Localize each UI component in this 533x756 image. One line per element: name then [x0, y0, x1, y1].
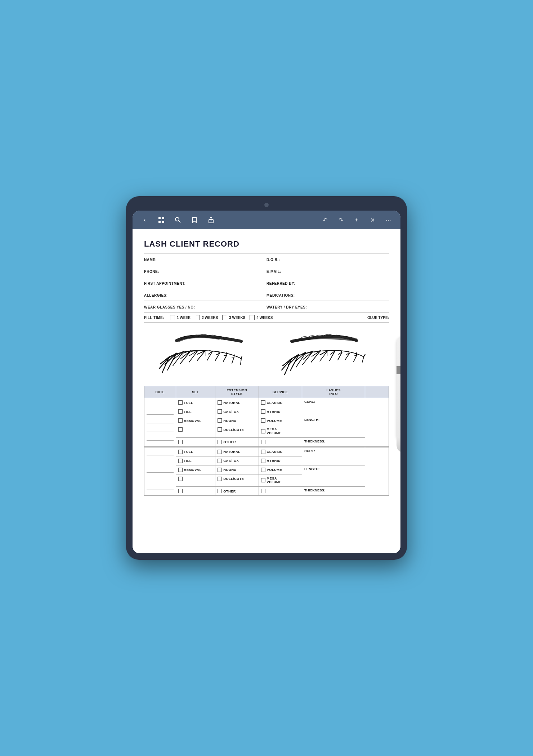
- 1week-checkbox[interactable]: [170, 315, 175, 320]
- blank-checkbox-1b[interactable]: [178, 440, 183, 444]
- svg-point-4: [175, 217, 179, 221]
- dollcute-label-1: DOLL/CUTE: [223, 428, 244, 432]
- 3weeks-checkbox[interactable]: [222, 315, 227, 320]
- hybrid-checkbox-1[interactable]: [261, 409, 265, 414]
- eyes-label: WATERY / DRY EYES:: [266, 305, 307, 309]
- lashes-thickness-1: THICKNESS:: [302, 437, 365, 446]
- glue-type-label: GLUE TYPE:: [367, 316, 389, 320]
- lashes-curl-1: CURL:: [302, 398, 365, 416]
- close-button[interactable]: ✕: [367, 215, 377, 225]
- mega-checkbox-1[interactable]: [261, 429, 265, 433]
- set-blank-2: [176, 437, 215, 446]
- table-row: OTHER THICKNESS:: [144, 437, 389, 446]
- set-full-row-2: FULL: [176, 447, 215, 456]
- mega-label-1: MEGAVOLUME: [267, 427, 281, 435]
- fill-checkbox-2[interactable]: [178, 459, 183, 463]
- full-checkbox-2[interactable]: [178, 450, 183, 454]
- allergies-field: ALLERGIES:: [144, 292, 266, 298]
- round-checkbox-1[interactable]: [218, 418, 222, 423]
- ext-natural-row-2: NATURAL: [215, 447, 259, 456]
- classic-checkbox-2[interactable]: [261, 450, 265, 454]
- extra-col-1: [365, 398, 389, 447]
- removal-label-2: REMOVAL: [184, 468, 202, 472]
- 4weeks-option: 4 WEEKS: [250, 315, 273, 320]
- volume-checkbox-2[interactable]: [261, 468, 265, 472]
- search-icon[interactable]: [173, 215, 183, 225]
- 3weeks-option: 3 WEEKS: [222, 315, 245, 320]
- 2weeks-checkbox[interactable]: [195, 315, 200, 320]
- mega-checkbox-2[interactable]: [261, 478, 265, 482]
- add-button[interactable]: +: [351, 215, 362, 225]
- email-field: E-MAIL:: [266, 268, 389, 274]
- full-checkbox-1[interactable]: [178, 400, 183, 405]
- classic-label-2: CLASSIC: [267, 450, 283, 454]
- lashes-length-2: LENGTH:: [302, 465, 365, 487]
- ext-other-row-2: OTHER: [215, 487, 259, 496]
- ext-dollcute-row: DOLL/CUTE: [215, 425, 259, 438]
- hybrid-checkbox-2[interactable]: [261, 459, 265, 463]
- undo-button[interactable]: ↶: [320, 215, 330, 225]
- service-blank-checkbox-1[interactable]: [261, 440, 265, 444]
- round-checkbox-2[interactable]: [218, 468, 222, 472]
- screen: ‹: [133, 211, 400, 553]
- catfox-checkbox-1[interactable]: [218, 409, 222, 414]
- service-hybrid-row: HYBRID: [259, 407, 302, 416]
- redo-button[interactable]: ↷: [336, 215, 346, 225]
- dollcute-checkbox-1[interactable]: [218, 427, 222, 432]
- glasses-label: WEAR GLASSES YES / NO:: [144, 305, 195, 309]
- service-mega-row-2: MEGAVOLUME: [259, 474, 302, 487]
- fill-checkbox-1[interactable]: [178, 409, 183, 414]
- email-label: E-MAIL:: [266, 270, 281, 274]
- natural-checkbox-1[interactable]: [218, 400, 222, 405]
- other-checkbox-1[interactable]: [218, 440, 222, 444]
- extra-col-2: [365, 447, 389, 496]
- service-hybrid-row-2: HYBRID: [259, 456, 302, 465]
- record-table: DATE SET EXTENSIONSTYLE SERVICE LASHESIN…: [144, 386, 389, 496]
- set-blank-3: [176, 474, 215, 487]
- 3weeks-label: 3 WEEKS: [229, 316, 245, 320]
- volume-checkbox-1[interactable]: [261, 418, 265, 423]
- extension-style-header: EXTENSIONSTYLE: [215, 386, 259, 398]
- service-blank-2: [259, 487, 302, 496]
- grid-icon[interactable]: [156, 215, 166, 225]
- more-button[interactable]: ⋯: [383, 215, 393, 225]
- eye-illustration-area: [144, 323, 389, 384]
- service-blank-1: [259, 437, 302, 446]
- phone-email-row: PHONE: E-MAIL:: [144, 265, 389, 277]
- thickness-label-1: THICKNESS:: [304, 438, 325, 444]
- blank-checkbox-1a[interactable]: [178, 427, 183, 432]
- appointment-referred-row: FIRST APPOINTMENT: REFERRED BY:: [144, 277, 389, 289]
- blank-checkbox-2b[interactable]: [178, 489, 183, 493]
- volume-label-2: VOLUME: [267, 468, 282, 472]
- toolbar-left: ‹: [140, 215, 216, 225]
- svg-rect-1: [162, 217, 164, 219]
- service-mega-row: MEGAVOLUME: [259, 425, 302, 438]
- classic-label-1: CLASSIC: [267, 401, 283, 405]
- removal-label-1: REMOVAL: [184, 419, 202, 423]
- natural-checkbox-2[interactable]: [218, 450, 222, 454]
- blank-checkbox-2a[interactable]: [178, 477, 183, 481]
- 1week-option: 1 WEEK: [170, 315, 191, 320]
- ext-catfox-row-2: CAT/FOX: [215, 456, 259, 465]
- toolbar-right: ↶ ↷ + ✕ ⋯: [320, 215, 393, 225]
- table-row: FULL NATURAL CLASSIC: [144, 398, 389, 407]
- lashes-thickness-2: THICKNESS:: [302, 487, 365, 496]
- removal-checkbox-1[interactable]: [178, 418, 183, 423]
- service-blank-checkbox-2[interactable]: [261, 489, 265, 493]
- dollcute-label-2: DOLL/CUTE: [223, 477, 244, 481]
- ext-round-row: ROUND: [215, 416, 259, 425]
- ext-other-row: OTHER: [215, 437, 259, 446]
- fill-label-2: FILL: [184, 459, 192, 463]
- referred-field: REFERRED BY:: [266, 280, 389, 286]
- classic-checkbox-1[interactable]: [261, 400, 265, 405]
- allergies-label: ALLERGIES:: [144, 293, 168, 297]
- 4weeks-checkbox[interactable]: [250, 315, 255, 320]
- other-checkbox-2[interactable]: [218, 489, 222, 493]
- share-icon[interactable]: [206, 215, 216, 225]
- dollcute-checkbox-2[interactable]: [218, 477, 222, 481]
- removal-checkbox-2[interactable]: [178, 468, 183, 472]
- set-removal-row: REMOVAL: [176, 416, 215, 425]
- back-button[interactable]: ‹: [140, 215, 150, 225]
- bookmark-icon[interactable]: [189, 215, 200, 225]
- catfox-checkbox-2[interactable]: [218, 459, 222, 463]
